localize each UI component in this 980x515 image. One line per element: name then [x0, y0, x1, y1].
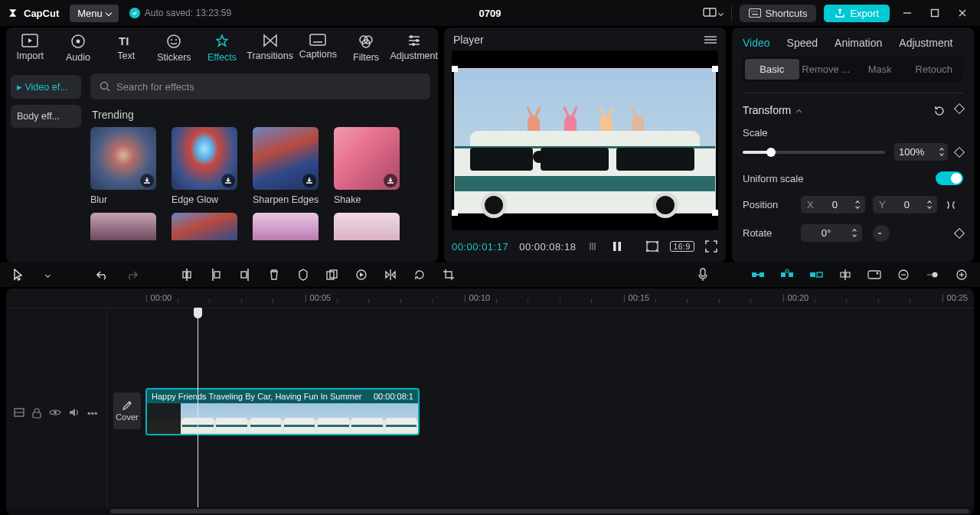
player-menu-button[interactable] — [704, 35, 717, 44]
effect-item-blur[interactable]: Blur — [90, 127, 159, 205]
playhead[interactable] — [198, 308, 198, 507]
mark-button[interactable] — [296, 267, 311, 282]
effect-item[interactable] — [253, 213, 322, 240]
timeline-scrollbar[interactable] — [6, 507, 974, 515]
prev-frame-button[interactable] — [586, 238, 599, 255]
download-icon[interactable] — [140, 174, 154, 187]
visibility-track-icon[interactable] — [49, 408, 61, 419]
transform-section-header[interactable]: Transform — [743, 104, 963, 116]
svg-point-4 — [753, 11, 755, 12]
export-button[interactable]: Export — [824, 5, 890, 22]
cover-button[interactable]: Cover — [113, 393, 141, 429]
safe-zone-button[interactable] — [645, 238, 659, 255]
uniform-scale-toggle[interactable] — [936, 171, 963, 185]
tab-import[interactable]: Import — [6, 32, 54, 69]
tab-transitions[interactable]: Transitions — [246, 32, 294, 69]
tab-filters[interactable]: Filters — [342, 32, 390, 69]
effects-grid-row2 — [90, 213, 430, 240]
effect-item[interactable] — [172, 213, 240, 240]
magnet-linked-button[interactable] — [779, 267, 795, 282]
timeline-tracks[interactable]: ••• Cover Happy Friends Traveling By Car… — [6, 308, 974, 507]
magnet-track-button[interactable] — [808, 267, 824, 282]
tab-effects[interactable]: Effects — [198, 32, 247, 69]
inspector-tab-speed[interactable]: Speed — [787, 37, 818, 49]
mic-button[interactable] — [695, 267, 710, 282]
trim-right-button[interactable] — [237, 267, 253, 282]
magnet-main-button[interactable] — [750, 267, 766, 282]
video-frame[interactable] — [455, 69, 715, 213]
zoom-in-button[interactable] — [954, 267, 969, 282]
rotate-dial-button[interactable] — [873, 225, 890, 242]
inspector-tab-video[interactable]: Video — [743, 37, 770, 49]
svg-point-59 — [877, 272, 879, 275]
position-x-input[interactable]: X 0 — [801, 196, 865, 213]
menu-button[interactable]: Menu — [70, 5, 119, 22]
effect-item-edge-glow[interactable]: Edge Glow — [172, 127, 240, 205]
tab-captions[interactable]: Captions — [294, 32, 342, 69]
effect-item-sharpen[interactable]: Sharpen Edges — [253, 127, 322, 205]
selection-tool-button[interactable] — [11, 267, 26, 282]
tab-text[interactable]: TIText — [102, 32, 150, 69]
scale-slider[interactable] — [743, 151, 885, 154]
effect-item[interactable] — [334, 213, 403, 240]
trim-left-button[interactable] — [208, 267, 224, 282]
window-maximize-button[interactable] — [925, 3, 945, 23]
subtab-mask[interactable]: Mask — [853, 59, 907, 80]
tab-adjustment[interactable]: Adjustment — [390, 32, 438, 69]
subtab-basic[interactable]: Basic — [745, 59, 799, 80]
video-clip[interactable]: Happy Friends Traveling By Car, Having F… — [145, 388, 420, 435]
download-icon[interactable] — [302, 174, 316, 187]
timeline-ruler[interactable]: 00:0000:0500:1000:1500:2000:25 — [6, 288, 974, 308]
split-button[interactable] — [179, 267, 194, 282]
keyframe-icon[interactable] — [954, 146, 965, 157]
window-minimize-button[interactable] — [897, 3, 917, 23]
inspector-tab-animation[interactable]: Animation — [835, 37, 882, 49]
shortcuts-button[interactable]: Shortcuts — [740, 5, 817, 22]
preview-toggle-button[interactable] — [867, 267, 882, 282]
reverse-button[interactable] — [354, 267, 369, 282]
svg-rect-8 — [932, 10, 939, 17]
rotate-button[interactable] — [412, 267, 427, 282]
rotate-value-input[interactable]: 0° — [801, 224, 862, 242]
download-icon[interactable] — [221, 174, 235, 187]
undo-button[interactable] — [95, 267, 110, 282]
subtab-remove[interactable]: Remove ... — [799, 59, 854, 80]
mute-track-icon[interactable] — [69, 408, 80, 419]
current-timecode: 00:00:01:17 — [452, 241, 508, 253]
position-y-input[interactable]: Y 0 — [873, 196, 937, 213]
keyframe-icon[interactable] — [954, 227, 965, 238]
align-button[interactable] — [838, 267, 853, 282]
delete-button[interactable] — [266, 267, 282, 282]
player-viewport[interactable] — [452, 51, 718, 230]
effects-search-input[interactable]: Search for effects — [90, 73, 430, 99]
zoom-slider[interactable] — [925, 267, 940, 282]
effect-item[interactable] — [90, 213, 159, 240]
tab-stickers[interactable]: Stickers — [150, 32, 198, 69]
tab-audio[interactable]: Audio — [54, 32, 103, 69]
layout-picker-button[interactable] — [702, 3, 724, 23]
zoom-out-button[interactable] — [896, 267, 911, 282]
lock-track-icon[interactable] — [32, 408, 41, 419]
keyframe-icon[interactable] — [954, 103, 965, 113]
link-xy-icon[interactable] — [945, 200, 957, 210]
aspect-ratio-button[interactable]: 16:9 — [670, 241, 694, 252]
effect-item-shake[interactable]: Shake — [334, 127, 403, 205]
window-close-button[interactable] — [952, 3, 972, 23]
effect-kind-video[interactable]: ▸ Video ef... — [11, 75, 81, 99]
fullscreen-button[interactable] — [705, 238, 718, 255]
crop-button[interactable] — [441, 267, 456, 282]
duplicate-button[interactable] — [325, 267, 340, 282]
redo-button[interactable] — [124, 267, 139, 282]
subtab-retouch[interactable]: Retouch — [907, 59, 962, 80]
reset-icon[interactable] — [933, 105, 945, 116]
tool-dropdown[interactable] — [40, 267, 55, 282]
inspector-tab-adjustment[interactable]: Adjustment — [899, 37, 952, 49]
collapse-track-icon[interactable] — [14, 408, 24, 419]
more-track-icon[interactable]: ••• — [87, 408, 98, 419]
project-title[interactable]: 0709 — [479, 8, 501, 19]
effect-kind-body[interactable]: Body eff... — [11, 105, 81, 128]
download-icon[interactable] — [384, 174, 397, 187]
play-pause-button[interactable] — [610, 238, 623, 255]
mirror-button[interactable] — [383, 267, 398, 282]
scale-value-input[interactable]: 100% — [894, 143, 948, 161]
